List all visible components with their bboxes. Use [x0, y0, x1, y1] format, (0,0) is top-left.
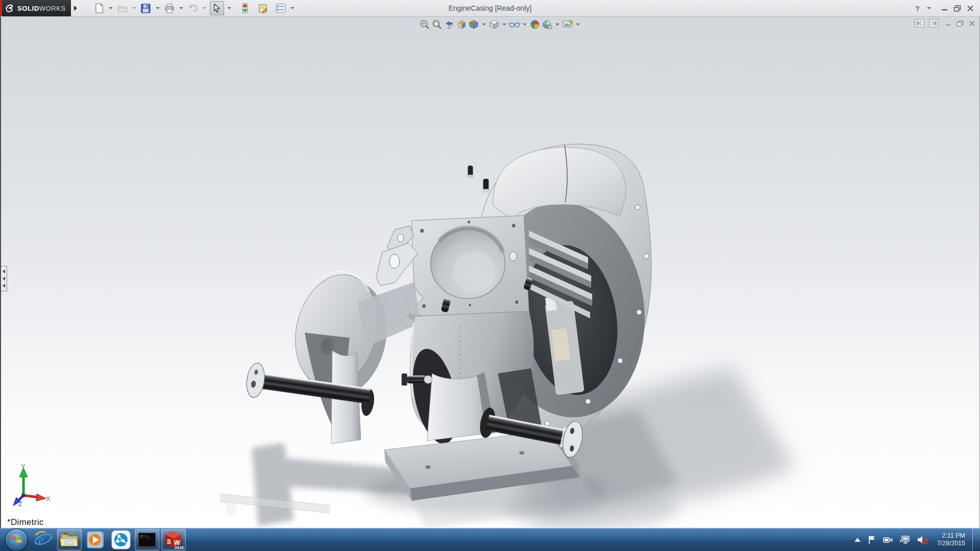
- taskbar-node-graph-app[interactable]: [109, 530, 133, 550]
- bore-inner-light: [453, 251, 496, 292]
- new-document-button[interactable]: [92, 2, 106, 15]
- select-caret-icon[interactable]: [227, 7, 231, 9]
- help-button[interactable]: ?: [915, 4, 920, 13]
- start-button[interactable]: [5, 529, 28, 551]
- app-titlebar: SOLIDWORKS: [0, 0, 980, 17]
- view-orientation-caret-icon[interactable]: [482, 23, 486, 26]
- doc-restore-button[interactable]: [957, 20, 964, 27]
- taskbar-media-player[interactable]: [84, 530, 107, 550]
- hide-show-caret-icon[interactable]: [523, 23, 527, 26]
- sw-badge-2015: 2015: [175, 545, 184, 549]
- taskbar-clock[interactable]: 2:11 PM 7/28/2015: [937, 532, 965, 547]
- select-cursor-icon: [213, 4, 220, 13]
- view-settings-caret-icon[interactable]: [576, 23, 580, 26]
- action-center-flag-icon[interactable]: [867, 535, 876, 544]
- undo-caret-icon[interactable]: [203, 7, 207, 9]
- options-icon: [276, 4, 286, 13]
- view-orientation-label: *Dimetric: [7, 517, 44, 528]
- brand-works: WORKS: [39, 5, 66, 12]
- display-style-caret-icon[interactable]: [502, 23, 506, 26]
- display-style-button[interactable]: [488, 18, 500, 31]
- help-caret-icon[interactable]: [927, 7, 931, 9]
- save-icon: [141, 4, 151, 13]
- media-player-icon: [86, 530, 105, 549]
- power-plug-icon[interactable]: [883, 535, 893, 544]
- graphics-viewport[interactable]: Y X Z *Dimetric: [0, 17, 980, 528]
- pane-right-button[interactable]: [929, 19, 939, 28]
- triad-y-label: Y: [21, 463, 26, 470]
- cmd-prompt-text: C:\_: [140, 534, 150, 539]
- solidworks-logo: SOLIDWORKS: [0, 0, 71, 16]
- taskbar-windows-explorer[interactable]: [57, 529, 82, 550]
- show-hidden-icons-button[interactable]: [854, 538, 861, 542]
- options-button[interactable]: [274, 2, 287, 15]
- open-document-icon: [117, 4, 128, 13]
- edit-appearance-button[interactable]: [529, 18, 541, 31]
- display-style-icon: [489, 19, 499, 30]
- hide-show-items-icon: [509, 19, 520, 30]
- file-properties-button[interactable]: [257, 2, 270, 15]
- new-document-icon: [94, 3, 104, 13]
- minimize-button[interactable]: [941, 5, 948, 11]
- document-window-controls: [915, 19, 975, 28]
- doc-close-button[interactable]: [969, 20, 975, 27]
- open-caret-icon[interactable]: [132, 7, 136, 9]
- save-button[interactable]: [139, 2, 153, 15]
- apply-scene-button[interactable]: [541, 18, 553, 31]
- solidworks-mark-icon: [5, 4, 17, 13]
- edit-appearance-icon: [530, 19, 540, 30]
- node-graph-app-icon: [111, 530, 131, 549]
- print-button[interactable]: [163, 2, 176, 15]
- options-caret-icon[interactable]: [290, 7, 295, 9]
- print-icon: [164, 4, 175, 13]
- zoom-to-fit-icon: [420, 19, 430, 30]
- network-icon[interactable]: [900, 535, 910, 544]
- pane-left-button[interactable]: [915, 19, 924, 28]
- collapse-arrow-icon: [3, 277, 5, 281]
- open-document-button[interactable]: [116, 2, 129, 15]
- section-view-icon: [456, 19, 467, 30]
- clock-time: 2:11 PM: [937, 532, 965, 540]
- menu-expand-icon[interactable]: [74, 6, 77, 11]
- hide-show-items-button[interactable]: [508, 18, 521, 31]
- brand-solid: SOLID: [17, 5, 39, 12]
- undo-button[interactable]: [186, 2, 200, 15]
- command-prompt-icon: C:\_: [138, 533, 156, 547]
- apply-scene-caret-icon[interactable]: [555, 23, 559, 26]
- zoom-to-area-button[interactable]: [431, 18, 443, 31]
- undo-icon: [188, 4, 198, 13]
- close-button[interactable]: [967, 5, 974, 12]
- rebuild-button[interactable]: [238, 2, 252, 15]
- new-caret-icon[interactable]: [109, 7, 113, 9]
- previous-view-button[interactable]: [443, 18, 455, 31]
- engine-casing-model[interactable]: [1, 17, 979, 528]
- solidworks-2015-icon: S W 2015: [163, 530, 184, 549]
- titlebar-controls: ?: [915, 4, 980, 13]
- base-hole-2: [519, 451, 524, 455]
- restore-button[interactable]: [953, 5, 962, 12]
- folder-icon: [60, 532, 79, 548]
- volume-muted-icon[interactable]: [917, 535, 928, 545]
- triad-x-label: X: [46, 495, 51, 503]
- heads-up-toolbar: [419, 18, 582, 31]
- sw-letter-s: S: [167, 538, 171, 545]
- collapse-arrow-icon: [3, 284, 5, 288]
- view-orientation-button[interactable]: [468, 18, 480, 31]
- doc-minimize-button[interactable]: [945, 20, 952, 26]
- taskbar-solidworks-2015[interactable]: S W 2015: [161, 529, 186, 550]
- reference-triad: Y X Z: [12, 463, 52, 507]
- show-desktop-button[interactable]: [972, 528, 980, 551]
- taskbar-internet-explorer[interactable]: e: [32, 530, 55, 550]
- select-tool-button[interactable]: [210, 1, 224, 15]
- base-hole-1: [426, 465, 431, 469]
- view-settings-button[interactable]: [561, 18, 574, 31]
- print-caret-icon[interactable]: [179, 7, 183, 9]
- rebuild-traffic-light-icon: [242, 3, 248, 13]
- zoom-to-area-icon: [432, 19, 442, 30]
- save-caret-icon[interactable]: [156, 7, 160, 9]
- zoom-to-fit-button[interactable]: [419, 18, 431, 31]
- section-view-button[interactable]: [455, 18, 468, 31]
- taskbar-command-prompt[interactable]: C:\_: [135, 529, 159, 550]
- clock-date: 7/28/2015: [937, 540, 965, 547]
- feature-manager-collapsed-tab[interactable]: [1, 266, 7, 291]
